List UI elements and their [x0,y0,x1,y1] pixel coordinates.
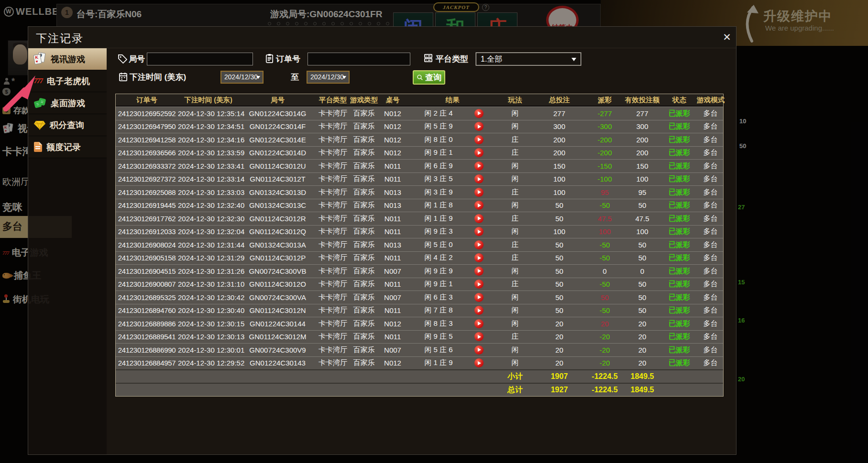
result-score: 闲 3 庄 9 [407,188,471,197]
sidebar-item-4[interactable]: 积分查询 [28,114,107,136]
round-label: 局号 [129,54,145,65]
table-cell: 已派彩 [662,345,697,355]
table-cell: 2024-12-30 12:30:15 [178,320,239,328]
result-cell: 闲 8 庄 3 [407,319,498,328]
table-cell: 百家乐 [349,174,379,183]
replay-icon[interactable] [474,201,483,210]
table-cell: 已派彩 [662,201,697,210]
replay-icon[interactable] [474,267,483,276]
search-icon [417,74,423,81]
replay-icon[interactable] [474,174,483,183]
table-header-cell: 游戏模式 [697,96,724,105]
replay-icon[interactable] [474,280,483,289]
sidebar-item-5[interactable]: 额度记录 [28,136,107,158]
close-icon[interactable]: ✕ [721,31,733,43]
table-cell: 241230126889541 [116,333,178,341]
table-row: 2412301269365662024-12-30 12:33:59GN0122… [116,146,723,160]
to-label: 至 [291,72,299,83]
table-cell: 20 [623,359,662,367]
table-cell: 卡卡湾厅 [317,148,349,157]
replay-icon[interactable] [474,319,483,328]
table-cell: 卡卡湾厅 [317,201,349,210]
table-cell: 241230126908024 [116,241,178,249]
result-score: 闲 9 庄 1 [407,148,471,157]
replay-icon[interactable] [474,227,483,236]
table-cell: 卡卡湾厅 [317,253,349,262]
table-row: 2412301269194452024-12-30 12:32:40GN0132… [116,199,723,212]
calendar-icon [118,72,128,82]
table-cell: 200 [623,136,662,144]
table-cell: GN01224C3014E [239,136,317,144]
summary-cell: 1849.5 [623,372,662,381]
replay-icon[interactable] [474,214,483,223]
replay-icon[interactable] [474,345,483,355]
table-row: 2412301269525922024-12-30 12:35:14GN0122… [116,107,723,120]
page-title: 下注记录 [36,31,84,46]
sidebar-item-label: 桌面游戏 [51,97,85,109]
summary-cell: 1907 [532,372,587,381]
table-cell: 20 [587,320,623,328]
table-cell: 多台 [697,201,724,210]
replay-icon[interactable] [474,332,483,341]
table-cell: GN01324C3013D [239,188,317,196]
table-header-cell: 游戏类型 [349,96,379,105]
modal-sidebar-rest [28,158,107,454]
table-cell: 241230126927372 [116,175,178,183]
table-row: 2412301269051582024-12-30 12:31:29GN0112… [116,251,723,265]
table-cell: 多台 [697,174,724,183]
bet-record-table: 订单号下注时间 (美东)局号平台类型游戏类型桌号结果玩法总投注派彩有效投注额状态… [115,94,724,397]
table-cell: 多台 [697,109,724,118]
table-cell: 庄 [498,280,532,289]
replay-icon[interactable] [474,188,483,197]
table-cell: -50 [587,241,623,249]
date-from-select[interactable]: 2024/12/30 [220,71,264,84]
result-cell: 闲 5 庄 0 [407,240,498,249]
search-button[interactable]: 查询 [413,70,445,85]
replay-icon[interactable] [474,122,483,131]
replay-icon[interactable] [474,306,483,315]
table-cell: 百家乐 [349,358,379,367]
replay-icon[interactable] [474,253,483,262]
replay-icon[interactable] [474,240,483,249]
table-row: 2412301269120332024-12-30 12:32:04GN0112… [116,225,723,238]
table-cell: 闲 [498,162,532,171]
result-cell: 闲 9 庄 1 [407,280,498,289]
sidebar-item-label: 电子老虎机 [47,75,90,87]
replay-icon[interactable] [474,135,483,144]
round-input[interactable] [147,53,253,65]
result-cell: 闲 4 庄 2 [407,253,498,262]
result-score: 闲 2 庄 4 [407,109,471,118]
platform-select[interactable]: 1.全部 [476,53,581,65]
table-cell: 多台 [697,240,724,249]
table-cell: 2024-12-30 12:33:14 [178,175,239,183]
sidebar-item-1[interactable]: 9K♥视讯游戏 [28,48,107,70]
table-cell: 241230126936566 [116,149,178,157]
order-input[interactable] [308,53,410,65]
table-row: 2412301269250882024-12-30 12:33:03GN0132… [116,185,723,199]
table-cell: 百家乐 [349,253,379,262]
table-cell: 50 [532,241,587,249]
table-cell: 241230126884957 [116,359,178,367]
table-cell: 已派彩 [662,214,697,223]
replay-icon[interactable] [474,358,483,367]
table-cell: 50 [623,306,662,314]
table-header-row: 订单号下注时间 (美东)局号平台类型游戏类型桌号结果玩法总投注派彩有效投注额状态… [116,94,723,107]
replay-icon[interactable] [474,162,483,171]
result-cell: 闲 9 庄 3 [407,227,498,236]
replay-icon[interactable] [474,148,483,157]
replay-icon[interactable] [474,109,483,118]
table-cell: 50 [623,241,662,249]
table-cell: 241230126889886 [116,320,178,328]
table-cell: GN00724C300V9 [239,346,317,354]
table-cell: 多台 [697,280,724,289]
result-score: 闲 5 庄 9 [407,122,471,131]
sidebar-item-label: 积分查询 [50,119,84,131]
date-to-select[interactable]: 2024/12/30 [307,71,350,84]
table-header-cell: 结果 [407,96,498,105]
table-cell: 95 [587,188,623,196]
table-cell: GN01124C3012R [239,215,317,223]
table-cell: GN00724C300VB [239,267,317,275]
table-cell: 2024-12-30 12:31:10 [178,280,239,288]
replay-icon[interactable] [474,293,483,302]
table-cell: 百家乐 [349,214,379,223]
